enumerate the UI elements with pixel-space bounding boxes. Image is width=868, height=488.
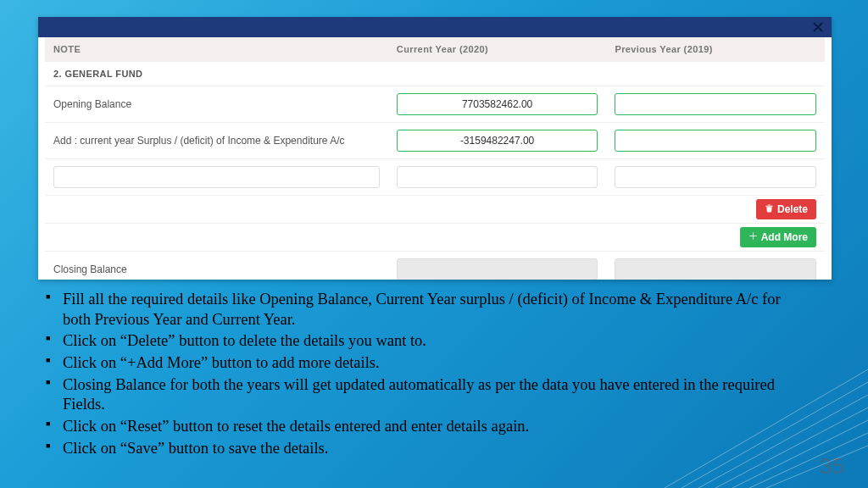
note-input[interactable] [53,166,380,188]
plus-icon [748,231,758,243]
current-year-input[interactable] [397,166,598,188]
instruction-item: Click on “Delete” button to delete the d… [46,331,809,352]
col-current-header: Current Year (2020) [388,37,607,62]
section-row: 2. GENERAL FUND [45,62,825,86]
previous-year-input[interactable] [615,130,816,152]
table-header-row: NOTE Current Year (2020) Previous Year (… [45,37,825,62]
section-title: 2. GENERAL FUND [45,62,825,86]
addmore-row: Add More [45,224,825,252]
current-year-input[interactable] [397,130,598,152]
close-icon[interactable] [810,19,826,36]
instruction-item: Closing Balance for both the years will … [46,375,809,415]
instruction-item: Fill all the required details like Openi… [46,290,809,330]
trash-icon [765,203,774,215]
add-more-button[interactable]: Add More [740,227,816,247]
col-previous-header: Previous Year (2019) [606,37,825,62]
instruction-item: Click on “Reset” button to reset the det… [46,417,809,437]
form-panel: NOTE Current Year (2020) Previous Year (… [38,17,832,280]
col-note-header: NOTE [45,37,388,62]
closing-current [397,258,598,280]
instruction-item: Click on “Save” button to save the detai… [46,439,809,459]
instruction-item: Click on “+Add More” button to add more … [46,353,809,374]
fund-table: NOTE Current Year (2020) Previous Year (… [45,37,825,280]
panel-header [38,17,832,37]
row-label: Opening Balance [45,86,388,123]
instructions: Fill all the required details like Openi… [46,290,809,460]
panel-body: NOTE Current Year (2020) Previous Year (… [38,37,832,280]
previous-year-input[interactable] [615,166,816,188]
row-label: Add : current year Surplus / (deficit) o… [45,123,388,159]
closing-previous [615,258,816,280]
add-more-label: Add More [761,231,808,243]
closing-row: Closing Balance [45,252,825,280]
closing-label: Closing Balance [45,252,388,280]
table-row: Opening Balance [45,86,825,123]
delete-button[interactable]: Delete [756,199,816,219]
table-row-blank [45,159,825,196]
delete-row: Delete [45,196,825,224]
delete-label: Delete [777,203,808,215]
table-row: Add : current year Surplus / (deficit) o… [45,123,825,159]
previous-year-input[interactable] [615,93,816,115]
current-year-input[interactable] [397,93,598,115]
page-number: 35 [820,453,844,480]
